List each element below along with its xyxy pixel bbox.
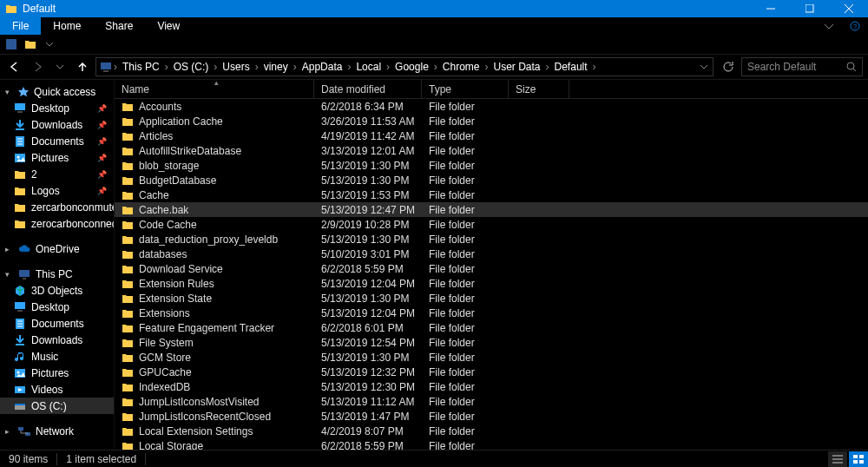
nav-quick-item[interactable]: Desktop📌 xyxy=(0,100,114,116)
nav-pc-item[interactable]: Desktop xyxy=(0,299,114,315)
svg-point-6 xyxy=(847,62,854,69)
crumb[interactable]: viney xyxy=(260,61,292,73)
nav-quick-item[interactable]: Documents📌 xyxy=(0,133,114,149)
file-row[interactable]: Application Cache3/26/2019 11:53 AMFile … xyxy=(115,114,868,128)
crumb[interactable]: User Data xyxy=(490,61,544,73)
file-row[interactable]: databases5/10/2019 3:01 PMFile folder xyxy=(115,247,868,261)
crumb[interactable]: Default xyxy=(551,61,591,73)
file-row[interactable]: BudgetDatabase5/13/2019 1:30 PMFile fold… xyxy=(115,173,868,187)
nav-item-label: Music xyxy=(31,351,58,363)
quick-access-header[interactable]: ▾ Quick access xyxy=(0,83,114,100)
maximize-button[interactable] xyxy=(790,0,829,17)
tab-share[interactable]: Share xyxy=(93,17,145,35)
file-row[interactable]: Accounts6/2/2018 6:34 PMFile folder xyxy=(115,99,868,114)
svg-rect-25 xyxy=(859,455,864,458)
nav-pc-item[interactable]: Pictures xyxy=(0,365,114,381)
crumb[interactable]: Local xyxy=(352,61,385,73)
nav-forward-button[interactable] xyxy=(28,57,47,76)
crumb[interactable]: Google xyxy=(391,61,432,73)
qat-dropdown-icon[interactable] xyxy=(42,36,57,52)
file-name: data_reduction_proxy_leveldb xyxy=(139,234,278,246)
close-button[interactable] xyxy=(829,0,868,17)
file-row[interactable]: GCM Store5/13/2019 1:30 PMFile folder xyxy=(115,350,868,365)
svg-rect-22 xyxy=(18,427,23,431)
nav-pc-item[interactable]: Videos xyxy=(0,381,114,398)
column-name[interactable]: Name ▴ xyxy=(115,80,314,98)
file-row[interactable]: GPUCache5/13/2019 12:32 PMFile folder xyxy=(115,365,868,379)
svg-rect-14 xyxy=(15,302,25,309)
nav-item-label: Downloads xyxy=(31,334,82,346)
file-row[interactable]: Articles4/19/2019 11:42 AMFile folder xyxy=(115,128,868,143)
breadcrumb[interactable]: › This PC› OS (C:)› Users› viney› AppDat… xyxy=(95,57,713,76)
nav-pc-item[interactable]: Downloads xyxy=(0,332,114,348)
nav-back-button[interactable] xyxy=(5,57,24,76)
this-pc-header[interactable]: ▾ This PC xyxy=(0,266,114,282)
nav-pc-item[interactable]: Documents xyxy=(0,315,114,332)
column-size[interactable]: Size xyxy=(509,80,569,98)
ribbon-expand-button[interactable] xyxy=(816,17,842,35)
crumb[interactable]: This PC xyxy=(119,61,163,73)
file-row[interactable]: Extension State5/13/2019 1:30 PMFile fol… xyxy=(115,291,868,306)
address-dropdown-button[interactable] xyxy=(695,63,713,70)
status-count: 90 items xyxy=(0,453,57,465)
nav-recent-button[interactable] xyxy=(50,57,69,76)
crumb[interactable]: OS (C:) xyxy=(170,61,213,73)
file-row[interactable]: Cache.bak5/13/2019 12:47 PMFile folder xyxy=(115,202,868,217)
tab-view[interactable]: View xyxy=(145,17,192,35)
tab-home[interactable]: Home xyxy=(41,17,93,35)
nav-item-label: Documents xyxy=(31,318,84,330)
search-input[interactable]: Search Default xyxy=(741,57,863,76)
nav-quick-item[interactable]: Downloads📌 xyxy=(0,116,114,133)
nav-up-button[interactable] xyxy=(73,57,92,76)
file-name: Download Service xyxy=(139,263,223,275)
file-row[interactable]: AutofillStrikeDatabase3/13/2019 12:01 AM… xyxy=(115,143,868,158)
file-date: 5/13/2019 12:54 PM xyxy=(314,337,422,349)
refresh-button[interactable] xyxy=(717,57,738,76)
nav-quick-item[interactable]: Logos📌 xyxy=(0,182,114,199)
file-date: 5/10/2019 3:01 PM xyxy=(314,248,422,260)
column-type[interactable]: Type xyxy=(422,80,509,98)
file-row[interactable]: Extensions5/13/2019 12:04 PMFile folder xyxy=(115,306,868,320)
svg-point-18 xyxy=(17,371,20,373)
column-date[interactable]: Date modified xyxy=(314,80,422,98)
file-name: Extension Rules xyxy=(139,278,214,290)
nav-pc-item[interactable]: Music xyxy=(0,348,114,365)
network-header[interactable]: ▸ Network xyxy=(0,423,114,439)
crumb[interactable]: Users xyxy=(219,61,253,73)
file-row[interactable]: Extension Rules5/13/2019 12:04 PMFile fo… xyxy=(115,276,868,291)
file-row[interactable]: data_reduction_proxy_leveldb5/13/2019 1:… xyxy=(115,232,868,247)
nav-pc-item[interactable]: 3D Objects xyxy=(0,282,114,299)
file-row[interactable]: Cache5/13/2019 1:53 PMFile folder xyxy=(115,187,868,202)
onedrive-header[interactable]: ▸ OneDrive xyxy=(0,240,114,257)
qat-properties-icon[interactable] xyxy=(3,36,19,52)
nav-quick-item[interactable]: Pictures📌 xyxy=(0,149,114,166)
view-details-button[interactable] xyxy=(828,451,847,467)
file-row[interactable]: Download Service6/2/2018 5:59 PMFile fol… xyxy=(115,261,868,276)
crumb[interactable]: AppData xyxy=(299,61,346,73)
chevron-down-icon: ▾ xyxy=(5,270,10,279)
file-row[interactable]: Local Extension Settings4/2/2019 8:07 PM… xyxy=(115,424,868,438)
file-name: Cache.bak xyxy=(139,204,188,216)
file-row[interactable]: Code Cache2/9/2019 10:28 PMFile folder xyxy=(115,217,868,232)
nav-quick-item[interactable]: zerocarbonconnect xyxy=(0,215,114,232)
minimize-button[interactable] xyxy=(751,0,790,17)
file-list[interactable]: Accounts6/2/2018 6:34 PMFile folderAppli… xyxy=(115,99,868,450)
nav-quick-item[interactable]: 2📌 xyxy=(0,166,114,182)
file-row[interactable]: Feature Engagement Tracker6/2/2018 6:01 … xyxy=(115,320,868,335)
file-row[interactable]: blob_storage5/13/2019 1:30 PMFile folder xyxy=(115,158,868,173)
nav-pc-item[interactable]: OS (C:) xyxy=(0,398,114,414)
qat-folder-icon[interactable] xyxy=(23,36,38,52)
tab-file[interactable]: File xyxy=(0,17,41,35)
file-row[interactable]: File System5/13/2019 12:54 PMFile folder xyxy=(115,335,868,350)
file-row[interactable]: JumpListIconsMostVisited5/13/2019 11:12 … xyxy=(115,394,868,409)
file-row[interactable]: JumpListIconsRecentClosed5/13/2019 1:47 … xyxy=(115,409,868,424)
file-type: File folder xyxy=(422,366,509,378)
crumb[interactable]: Chrome xyxy=(439,61,483,73)
view-large-icons-button[interactable] xyxy=(849,451,868,467)
help-button[interactable]: ? xyxy=(842,17,868,35)
nav-item-label: zercarbonconmute xyxy=(31,201,115,214)
file-row[interactable]: IndexedDB5/13/2019 12:30 PMFile folder xyxy=(115,379,868,394)
svg-point-11 xyxy=(17,155,20,158)
file-row[interactable]: Local Storage6/2/2018 5:59 PMFile folder xyxy=(115,438,868,450)
nav-quick-item[interactable]: zercarbonconmute xyxy=(0,199,114,215)
